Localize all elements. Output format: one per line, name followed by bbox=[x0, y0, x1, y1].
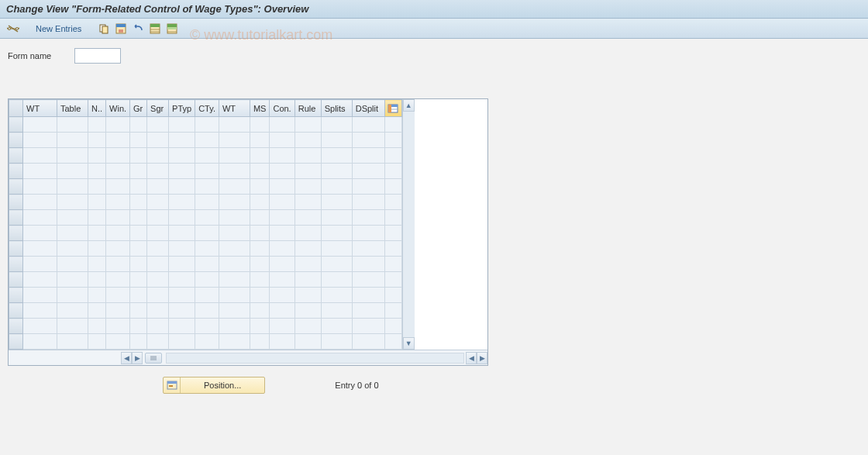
table-cell[interactable] bbox=[23, 133, 57, 148]
table-cell[interactable] bbox=[88, 241, 106, 257]
table-cell[interactable] bbox=[106, 195, 130, 210]
table-cell[interactable] bbox=[352, 319, 384, 334]
table-cell[interactable] bbox=[195, 319, 219, 334]
table-cell[interactable] bbox=[88, 334, 106, 350]
table-cell[interactable] bbox=[270, 226, 294, 241]
table-cell[interactable] bbox=[169, 303, 195, 319]
column-header[interactable]: Sgr bbox=[147, 100, 169, 117]
row-selector[interactable] bbox=[9, 148, 23, 164]
table-cell[interactable] bbox=[57, 179, 88, 195]
table-cell[interactable] bbox=[88, 195, 106, 210]
table-cell[interactable] bbox=[219, 303, 250, 319]
column-header[interactable]: Con. bbox=[270, 100, 294, 117]
scroll-left-end-button[interactable]: ◀ bbox=[466, 352, 477, 364]
table-cell[interactable] bbox=[219, 226, 250, 241]
table-cell[interactable] bbox=[88, 133, 106, 148]
table-cell[interactable] bbox=[321, 241, 352, 257]
table-cell[interactable] bbox=[219, 288, 250, 303]
column-header[interactable]: DSplit bbox=[352, 100, 384, 117]
table-cell[interactable] bbox=[321, 288, 352, 303]
table-cell[interactable] bbox=[147, 164, 169, 179]
table-cell[interactable] bbox=[169, 319, 195, 334]
table-cell[interactable] bbox=[270, 272, 294, 288]
table-cell[interactable] bbox=[195, 303, 219, 319]
row-selector[interactable] bbox=[9, 319, 23, 334]
table-cell[interactable] bbox=[250, 133, 270, 148]
table-cell[interactable] bbox=[106, 164, 130, 179]
table-cell[interactable] bbox=[250, 164, 270, 179]
table-cell[interactable] bbox=[219, 334, 250, 350]
table-cell[interactable] bbox=[352, 288, 384, 303]
table-cell[interactable] bbox=[169, 210, 195, 226]
table-cell[interactable] bbox=[352, 334, 384, 350]
table-cell[interactable] bbox=[147, 210, 169, 226]
table-cell[interactable] bbox=[352, 164, 384, 179]
table-cell[interactable] bbox=[88, 179, 106, 195]
table-cell[interactable] bbox=[219, 195, 250, 210]
table-cell[interactable] bbox=[23, 303, 57, 319]
row-selector[interactable] bbox=[9, 179, 23, 195]
table-cell[interactable] bbox=[130, 164, 147, 179]
table-cell[interactable] bbox=[219, 133, 250, 148]
table-cell[interactable] bbox=[130, 272, 147, 288]
table-cell[interactable] bbox=[195, 334, 219, 350]
table-cell[interactable] bbox=[321, 334, 352, 350]
column-header[interactable]: Splits bbox=[321, 100, 352, 117]
table-cell[interactable] bbox=[270, 179, 294, 195]
table-cell[interactable] bbox=[352, 241, 384, 257]
column-header[interactable]: MS bbox=[250, 100, 270, 117]
table-cell[interactable] bbox=[130, 288, 147, 303]
table-cell[interactable] bbox=[130, 117, 147, 133]
table-cell[interactable] bbox=[321, 148, 352, 164]
hscroll-thumb[interactable] bbox=[145, 353, 162, 364]
table-cell[interactable] bbox=[147, 133, 169, 148]
table-cell[interactable] bbox=[169, 288, 195, 303]
column-header[interactable]: Rule bbox=[294, 100, 321, 117]
toggle-display-icon[interactable] bbox=[6, 22, 20, 36]
table-cell[interactable] bbox=[321, 179, 352, 195]
position-button[interactable]: Position... bbox=[163, 377, 265, 394]
table-cell[interactable] bbox=[219, 241, 250, 257]
table-cell[interactable] bbox=[169, 148, 195, 164]
table-cell[interactable] bbox=[23, 319, 57, 334]
table-cell[interactable] bbox=[57, 319, 88, 334]
table-cell[interactable] bbox=[169, 164, 195, 179]
table-cell[interactable] bbox=[321, 257, 352, 272]
scroll-up-button[interactable]: ▲ bbox=[403, 99, 415, 112]
table-cell[interactable] bbox=[57, 195, 88, 210]
table-cell[interactable] bbox=[147, 334, 169, 350]
table-cell[interactable] bbox=[147, 303, 169, 319]
table-cell[interactable] bbox=[195, 272, 219, 288]
table-cell[interactable] bbox=[195, 117, 219, 133]
table-cell[interactable] bbox=[130, 195, 147, 210]
table-cell[interactable] bbox=[294, 334, 321, 350]
table-cell[interactable] bbox=[88, 319, 106, 334]
table-cell[interactable] bbox=[57, 272, 88, 288]
table-cell[interactable] bbox=[147, 319, 169, 334]
table-cell[interactable] bbox=[169, 117, 195, 133]
table-cell[interactable] bbox=[195, 195, 219, 210]
table-cell[interactable] bbox=[270, 257, 294, 272]
scroll-right-button[interactable]: ▶ bbox=[132, 352, 143, 364]
delete-icon[interactable] bbox=[114, 22, 128, 36]
row-selector[interactable] bbox=[9, 334, 23, 350]
table-cell[interactable] bbox=[294, 241, 321, 257]
table-cell[interactable] bbox=[250, 210, 270, 226]
table-cell[interactable] bbox=[195, 241, 219, 257]
row-selector[interactable] bbox=[9, 164, 23, 179]
table-cell[interactable] bbox=[57, 288, 88, 303]
table-cell[interactable] bbox=[23, 334, 57, 350]
table-cell[interactable] bbox=[195, 164, 219, 179]
table-cell[interactable] bbox=[250, 319, 270, 334]
table-cell[interactable] bbox=[130, 257, 147, 272]
table-cell[interactable] bbox=[23, 288, 57, 303]
table-cell[interactable] bbox=[57, 241, 88, 257]
table-cell[interactable] bbox=[270, 210, 294, 226]
table-cell[interactable] bbox=[106, 257, 130, 272]
table-cell[interactable] bbox=[352, 226, 384, 241]
select-block-icon[interactable] bbox=[165, 22, 179, 36]
table-cell[interactable] bbox=[294, 257, 321, 272]
table-cell[interactable] bbox=[130, 210, 147, 226]
table-cell[interactable] bbox=[57, 303, 88, 319]
table-cell[interactable] bbox=[294, 164, 321, 179]
